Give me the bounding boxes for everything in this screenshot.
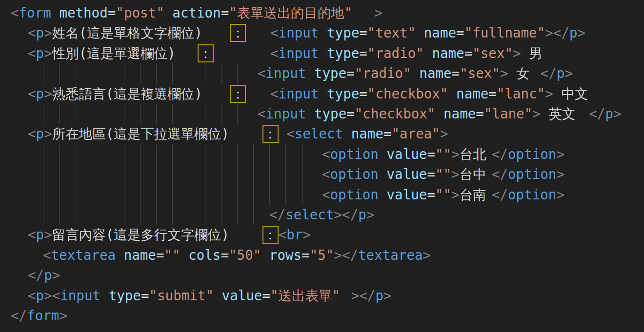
syntax-attribute-name: value bbox=[387, 144, 427, 164]
code-line: <option value="">台北</option> bbox=[322, 144, 564, 164]
indent-guide bbox=[108, 205, 108, 225]
indent-guide bbox=[59, 144, 60, 164]
syntax-bracket: </ bbox=[492, 164, 508, 184]
syntax-equals: = bbox=[141, 286, 149, 306]
syntax-equals: = bbox=[427, 144, 435, 164]
code-line: <form method="post" action="表單送出的目的地"> bbox=[11, 3, 382, 23]
syntax-attribute-name: rows bbox=[269, 245, 302, 265]
indent-guide bbox=[43, 164, 43, 184]
syntax-tag-name: input bbox=[60, 286, 101, 306]
syntax-bracket: > bbox=[440, 124, 448, 144]
code-whitespace bbox=[411, 63, 420, 83]
code-whitespace bbox=[279, 124, 287, 144]
indent-guide bbox=[27, 245, 27, 265]
syntax-string: "sex" bbox=[472, 43, 513, 63]
syntax-bracket: > bbox=[375, 3, 383, 23]
syntax-string: "" bbox=[435, 164, 451, 184]
indent-guide bbox=[269, 164, 270, 184]
indent-guide bbox=[237, 205, 238, 225]
code-whitespace bbox=[116, 245, 124, 265]
syntax-bracket: < bbox=[286, 124, 295, 144]
indent-guide bbox=[11, 144, 11, 164]
code-text: 英文 bbox=[541, 104, 589, 124]
syntax-attribute-name: cols bbox=[188, 245, 221, 265]
code-whitespace bbox=[343, 124, 351, 144]
code-whitespace bbox=[261, 245, 269, 265]
syntax-attribute-name: name bbox=[419, 63, 451, 83]
code-line: </select></p> bbox=[269, 205, 374, 225]
syntax-string: "" bbox=[164, 245, 181, 265]
indent-guide bbox=[140, 205, 141, 225]
syntax-bracket: > bbox=[302, 225, 311, 245]
indent-guide bbox=[27, 164, 27, 184]
indent-guide bbox=[285, 164, 286, 184]
syntax-equals: = bbox=[383, 124, 392, 144]
syntax-attribute-name: type bbox=[327, 43, 359, 63]
indent-guide bbox=[92, 144, 92, 164]
syntax-string: "checkbox" bbox=[367, 84, 448, 104]
syntax-attribute-name: method bbox=[59, 3, 107, 23]
indent-guide bbox=[76, 63, 76, 83]
indent-guide bbox=[92, 205, 92, 225]
syntax-bracket: > bbox=[423, 245, 431, 265]
syntax-bracket: </ bbox=[492, 144, 508, 164]
indent-guide bbox=[27, 185, 27, 205]
syntax-tag-name: input bbox=[266, 63, 306, 83]
code-whitespace bbox=[181, 245, 189, 265]
syntax-bracket: < bbox=[28, 225, 36, 245]
indent-guide bbox=[172, 164, 173, 184]
code-text: 中文 bbox=[553, 84, 594, 104]
indent-guide bbox=[253, 205, 254, 225]
syntax-bracket: > bbox=[556, 164, 564, 184]
syntax-string: "送出表單" bbox=[270, 286, 351, 306]
syntax-string: "text" bbox=[367, 23, 416, 43]
syntax-equals: = bbox=[302, 245, 310, 265]
syntax-string: "radio" bbox=[355, 63, 411, 83]
syntax-string: "checkbox" bbox=[355, 104, 436, 124]
indent-guide bbox=[27, 205, 27, 225]
indent-guide bbox=[189, 63, 189, 83]
indent-guide bbox=[11, 43, 11, 63]
syntax-tag-name: input bbox=[266, 104, 306, 124]
indent-guide bbox=[59, 205, 60, 225]
indent-guide bbox=[189, 164, 189, 184]
indent-guide bbox=[11, 164, 11, 184]
syntax-bracket: < bbox=[28, 124, 36, 144]
syntax-equals: = bbox=[456, 23, 464, 43]
syntax-tag-name: p bbox=[569, 23, 578, 43]
syntax-string: "表單送出的目的地" bbox=[229, 3, 374, 23]
syntax-bracket: > bbox=[556, 144, 564, 164]
code-line: <option value="">台南</option> bbox=[322, 185, 564, 205]
indent-guide bbox=[172, 185, 173, 205]
indent-guide bbox=[92, 164, 92, 184]
syntax-bracket: </ bbox=[342, 245, 358, 265]
code-text: 台南 bbox=[460, 185, 492, 205]
syntax-bracket: < bbox=[52, 286, 60, 306]
code-editor[interactable]: <form method="post" action="表單送出的目的地"><p… bbox=[0, 0, 644, 332]
syntax-equals: = bbox=[359, 43, 367, 63]
code-text: 所在地區(這是下拉選單欄位) bbox=[52, 124, 262, 144]
syntax-string: "fullname" bbox=[464, 23, 545, 43]
indent-guide bbox=[27, 63, 27, 83]
indent-guide bbox=[269, 144, 270, 164]
syntax-tag-name: option bbox=[508, 164, 556, 184]
syntax-tag-name: p bbox=[605, 104, 613, 124]
code-whitespace bbox=[319, 43, 327, 63]
syntax-attribute-name: name bbox=[351, 124, 383, 144]
indent-guide bbox=[205, 63, 205, 83]
syntax-bracket: </ bbox=[342, 205, 358, 225]
syntax-bracket: > bbox=[334, 245, 342, 265]
syntax-equals: = bbox=[488, 84, 497, 104]
syntax-attribute-name: name bbox=[424, 23, 456, 43]
indent-guide bbox=[237, 104, 238, 124]
indent-guide bbox=[205, 104, 205, 124]
syntax-equals: = bbox=[221, 3, 229, 23]
unicode-highlight-colon: ： bbox=[262, 125, 279, 143]
syntax-tag-name: option bbox=[330, 144, 379, 164]
syntax-bracket: < bbox=[270, 23, 279, 43]
syntax-string: "radio" bbox=[367, 43, 424, 63]
indent-guide bbox=[189, 144, 189, 164]
code-text: 留言內容(這是多行文字欄位) bbox=[52, 225, 262, 245]
indent-guide bbox=[156, 185, 157, 205]
code-text: 男 bbox=[521, 43, 545, 63]
